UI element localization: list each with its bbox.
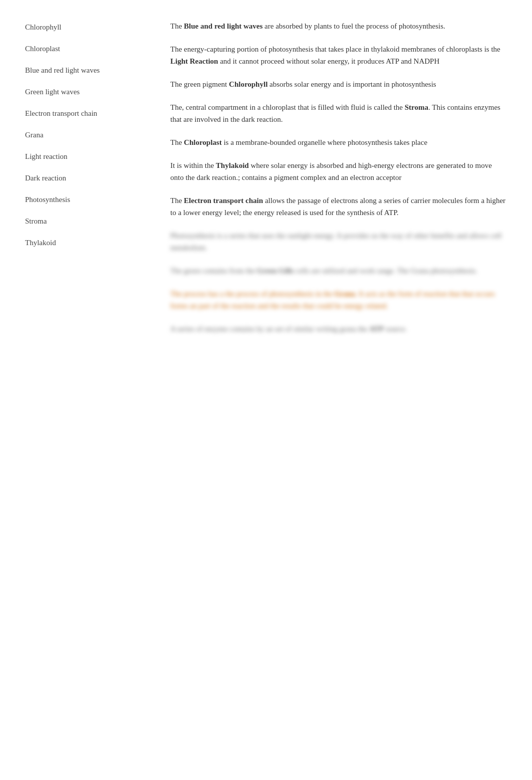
term-blue-red-light: Blue and red light waves: [25, 65, 155, 76]
term-thylakoid: Thylakoid: [25, 238, 155, 248]
definition-electron-transport: The Electron transport chain allows the …: [170, 194, 507, 219]
term-light-reaction: Light reaction: [25, 151, 155, 162]
definitions-column: The Blue and red light waves are absorbe…: [165, 20, 507, 346]
definition-stroma: The, central compartment in a chloroplas…: [170, 101, 507, 125]
term-photosynthesis: Photosynthesis: [25, 194, 155, 205]
term-bold-stroma: Stroma: [405, 103, 428, 111]
blurred-definition-1: Photosynthesis is a series that uses the…: [170, 230, 507, 254]
term-chlorophyll: Chlorophyll: [25, 22, 155, 33]
term-chloroplast: Chloroplast: [25, 44, 155, 54]
blurred-definition-4: A series of enzyme contains by an set of…: [170, 323, 507, 335]
main-layout: Chlorophyll Chloroplast Blue and red lig…: [25, 20, 507, 346]
definition-thylakoid: It is within the Thylakoid where solar e…: [170, 159, 507, 183]
definition-chloroplast: The Chloroplast is a membrane-bounded or…: [170, 136, 507, 148]
blurred-definition-3: The process has a the process of photosy…: [170, 288, 507, 312]
term-electron-transport: Electron transport chain: [25, 108, 155, 119]
term-bold-light-reaction: Light Reaction: [170, 57, 218, 65]
definition-chlorophyll: The green pigment Chlorophyll absorbs so…: [170, 78, 507, 90]
definition-blue-red-light: The Blue and red light waves are absorbe…: [170, 20, 507, 32]
term-bold-chlorophyll: Chlorophyll: [229, 80, 268, 88]
term-bold-chloroplast: Chloroplast: [184, 138, 222, 146]
term-stroma: Stroma: [25, 216, 155, 227]
blurred-definition-2: The green contains from the Green Gills …: [170, 265, 507, 277]
term-bold-blue-red: Blue and red light waves: [184, 22, 262, 30]
term-green-light: Green light waves: [25, 87, 155, 97]
term-bold-thylakoid: Thylakoid: [216, 161, 249, 169]
definition-light-reaction: The energy-capturing portion of photosyn…: [170, 43, 507, 67]
term-grana: Grana: [25, 130, 155, 140]
terms-column: Chlorophyll Chloroplast Blue and red lig…: [25, 20, 165, 346]
term-bold-electron-transport: Electron transport chain: [184, 197, 263, 205]
term-dark-reaction: Dark reaction: [25, 173, 155, 183]
